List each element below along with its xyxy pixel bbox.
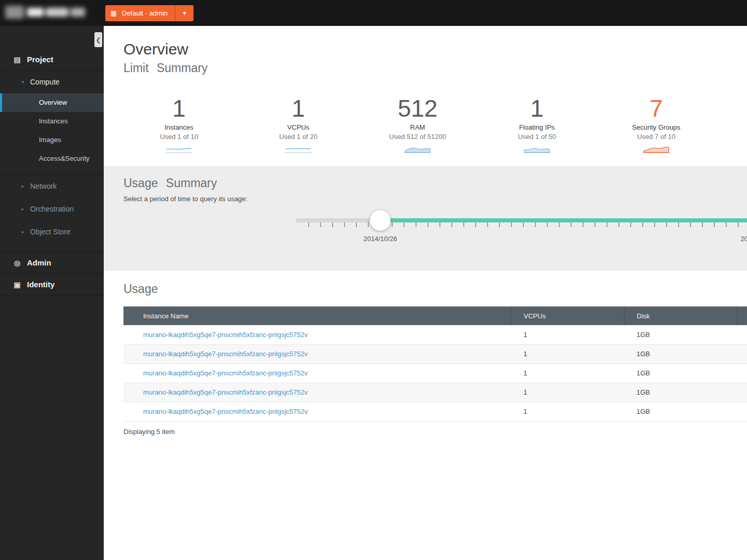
vcpus-cell: 1 bbox=[511, 402, 624, 421]
project-context-dropdown[interactable]: ▦ Default · admin ▼ bbox=[105, 5, 193, 21]
sidebar-section-admin[interactable]: ◎ Admin bbox=[0, 252, 104, 274]
clipped-cell bbox=[737, 325, 747, 344]
usage-summary-title: Usage Summary bbox=[123, 176, 747, 190]
usage-title: Usage bbox=[123, 282, 747, 296]
sidebar-item-access-security[interactable]: Access&Security bbox=[0, 149, 104, 168]
instance-link[interactable]: murano-lkaqdih5xg5qe7-pnscmih5xfzanc-pnl… bbox=[143, 388, 308, 396]
sidebar-section-label: Project bbox=[27, 55, 53, 64]
sidebar-item-label: Orchestration bbox=[30, 205, 74, 213]
logo-blob bbox=[27, 8, 44, 17]
sidebar-item-orchestration[interactable]: ▸ Orchestration bbox=[0, 198, 104, 220]
table-row: murano-lkaqdih5xg5qe7-pnscmih5xfzanc-pnl… bbox=[123, 363, 747, 383]
stat-used: Used 7 of 10 bbox=[597, 133, 716, 141]
sidebar-item-object-store[interactable]: ▸ Object Store bbox=[0, 220, 104, 243]
sparkline-chart-icon bbox=[165, 145, 192, 153]
sparkline-chart-icon bbox=[523, 145, 550, 153]
logo-blob bbox=[46, 8, 68, 17]
table-footer-count: Displaying 5 item bbox=[123, 428, 747, 436]
table-row: murano-lkaqdih5xg5qe7-pnscmih5xfzanc-pnl… bbox=[123, 344, 747, 363]
stat-floating-ips: 1 Floating IPs Used 1 of 50 bbox=[477, 96, 597, 153]
sidebar-item-network[interactable]: ▸ Network bbox=[0, 175, 104, 198]
horizon-dashboard: ▦ Default · admin ▼ ❮ ▤ Project ▾ Comput… bbox=[0, 0, 747, 560]
column-header-disk: Disk bbox=[624, 306, 737, 325]
sparkline-chart-icon bbox=[404, 145, 431, 153]
stat-used: Used 512 of 51200 bbox=[358, 133, 477, 141]
table-row: murano-lkaqdih5xg5qe7-pnscmih5xfzanc-pnl… bbox=[123, 402, 747, 421]
slider-track[interactable] bbox=[296, 218, 380, 222]
table-row: murano-lkaqdih5xg5qe7-pnscmih5xfzanc-pnl… bbox=[123, 383, 747, 402]
column-header-instance-name: Instance Name bbox=[123, 306, 511, 325]
topbar: ▦ Default · admin ▼ bbox=[0, 0, 747, 26]
stat-value: 1 bbox=[119, 96, 239, 121]
limit-summary-title: Limit Summary bbox=[123, 61, 747, 75]
table-row: murano-lkaqdih5xg5qe7-pnscmih5xfzanc-pnl… bbox=[123, 325, 747, 344]
stat-label: Floating IPs bbox=[477, 123, 597, 131]
stat-label: Security Groups bbox=[597, 123, 716, 131]
sparkline-chart-icon bbox=[643, 145, 670, 153]
slider-selected-range[interactable] bbox=[380, 218, 747, 222]
usage-section: Usage Instance Name VCPUs Disk murano-lk… bbox=[104, 282, 747, 436]
context-label: Default · admin bbox=[122, 9, 175, 17]
sidebar-item-label: Compute bbox=[30, 78, 60, 86]
sidebar-section-label: Admin bbox=[27, 258, 51, 267]
instance-link[interactable]: murano-lkaqdih5xg5qe7-pnscmih5xfzanc-pnl… bbox=[143, 408, 308, 415]
clipped-cell bbox=[737, 344, 747, 363]
identity-icon: ▣ bbox=[13, 281, 21, 289]
column-header-clipped bbox=[737, 306, 747, 325]
instance-link[interactable]: murano-lkaqdih5xg5qe7-pnscmih5xfzanc-pnl… bbox=[143, 350, 308, 358]
usage-table: Instance Name VCPUs Disk murano-lkaqdih5… bbox=[123, 306, 747, 422]
sidebar-section-identity[interactable]: ▣ Identity bbox=[0, 274, 104, 296]
sidebar-section-label: Identity bbox=[27, 280, 54, 289]
usage-summary-hint: Select a period of time to query its usa… bbox=[123, 195, 747, 203]
clipped-cell bbox=[737, 383, 747, 402]
limit-summary-stats: 1 Instances Used 1 of 10 1 VCPUs Used 1 … bbox=[104, 96, 747, 153]
usage-summary-section: Usage Summary Select a period of time to… bbox=[104, 166, 747, 271]
date-range-slider[interactable]: 2014/10/26 20 bbox=[296, 209, 747, 248]
main-content: Overview Limit Summary 1 Instances Used … bbox=[104, 26, 747, 560]
chevron-down-icon: ▼ bbox=[175, 10, 193, 16]
sidebar-collapse-button[interactable]: ❮ bbox=[94, 32, 102, 47]
stat-ram: 512 RAM Used 512 of 51200 bbox=[358, 96, 477, 153]
stat-vcpus: 1 VCPUs Used 1 of 20 bbox=[239, 96, 358, 153]
brand-logo bbox=[4, 3, 87, 23]
sidebar-item-label: Network bbox=[30, 182, 57, 190]
sidebar-group-compute: ▾ Compute Overview Instances Images Acce… bbox=[0, 71, 104, 175]
disk-cell: 1GB bbox=[624, 344, 737, 363]
logo-blob bbox=[5, 6, 24, 19]
chevron-collapsed-icon: ▸ bbox=[20, 184, 26, 189]
sidebar-item-overview[interactable]: Overview bbox=[0, 93, 104, 112]
stat-label: Instances bbox=[119, 123, 239, 131]
slider-handle[interactable] bbox=[370, 210, 391, 231]
vcpus-cell: 1 bbox=[511, 344, 624, 363]
instance-link[interactable]: murano-lkaqdih5xg5qe7-pnscmih5xfzanc-pnl… bbox=[143, 369, 308, 377]
stat-used: Used 1 of 50 bbox=[477, 133, 597, 141]
vcpus-cell: 1 bbox=[511, 383, 624, 402]
clipped-cell bbox=[737, 363, 747, 383]
stat-instances: 1 Instances Used 1 of 10 bbox=[119, 96, 239, 153]
sidebar-item-label: Object Store bbox=[30, 228, 71, 236]
disk-cell: 1GB bbox=[624, 402, 737, 421]
instance-link[interactable]: murano-lkaqdih5xg5qe7-pnscmih5xfzanc-pnl… bbox=[143, 331, 308, 339]
stat-value: 512 bbox=[358, 96, 477, 121]
sidebar-item-images[interactable]: Images bbox=[0, 131, 104, 149]
stat-used: Used 1 of 20 bbox=[239, 133, 358, 141]
grid-icon: ▦ bbox=[105, 5, 122, 21]
table-header-row: Instance Name VCPUs Disk bbox=[123, 306, 747, 325]
sidebar-panel-groups: ▸ Network ▸ Orchestration ▸ Object Store bbox=[0, 175, 104, 252]
admin-icon: ◎ bbox=[13, 259, 21, 267]
column-header-vcpus: VCPUs bbox=[511, 306, 624, 325]
stat-value: 1 bbox=[477, 96, 597, 121]
sidebar-item-compute[interactable]: ▾ Compute bbox=[0, 71, 104, 93]
disk-cell: 1GB bbox=[624, 325, 737, 344]
sidebar-section-project[interactable]: ▤ Project bbox=[0, 49, 104, 71]
stat-label: RAM bbox=[358, 123, 477, 131]
slider-end-date-label: 20 bbox=[741, 235, 747, 243]
stat-used: Used 1 of 10 bbox=[119, 133, 239, 141]
chevron-collapsed-icon: ▸ bbox=[20, 206, 26, 212]
chevron-expanded-icon: ▾ bbox=[20, 79, 26, 85]
stat-value: 1 bbox=[239, 96, 358, 121]
sidebar-item-instances[interactable]: Instances bbox=[0, 112, 104, 131]
stat-value: 7 bbox=[597, 96, 716, 121]
vcpus-cell: 1 bbox=[511, 363, 624, 383]
slider-start-date-label: 2014/10/26 bbox=[363, 235, 397, 243]
